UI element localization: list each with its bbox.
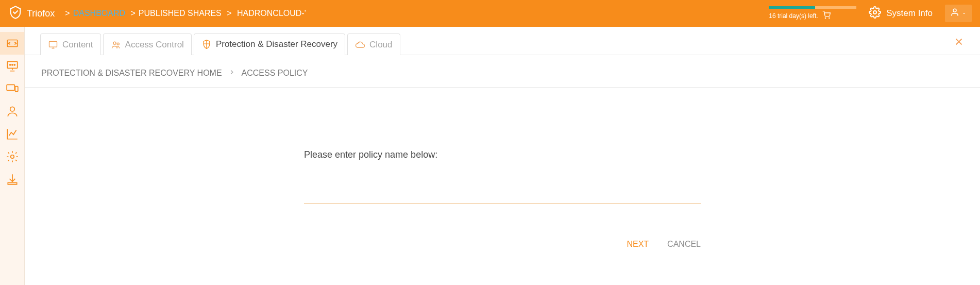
logo-area: Triofox > DASHBOARD > PUBLISHED SHARES >… <box>8 5 306 22</box>
svg-point-1 <box>829 18 829 18</box>
breadcrumb-published-shares[interactable]: PUBLISHED SHARES <box>139 9 222 18</box>
svg-rect-9 <box>7 85 14 90</box>
form-prompt: Please enter policy name below: <box>304 149 701 160</box>
breadcrumb-sep: > <box>225 9 234 18</box>
system-info-link[interactable]: System Info <box>869 6 933 21</box>
main-area: Content Access Control Protection & Disa… <box>0 27 980 285</box>
sidebar-item-reports[interactable] <box>0 123 24 145</box>
sidebar-item-devices[interactable] <box>0 77 24 100</box>
svg-point-16 <box>117 43 119 45</box>
breadcrumb-sep: > <box>65 9 70 18</box>
svg-point-11 <box>10 107 14 111</box>
sidebar-item-monitor[interactable] <box>0 55 24 77</box>
svg-rect-13 <box>8 183 16 185</box>
tab-access-control-label: Access Control <box>125 40 184 50</box>
tab-access-control[interactable]: Access Control <box>103 33 192 55</box>
trial-progress-fill <box>769 6 815 9</box>
cancel-button[interactable]: CANCEL <box>667 240 701 249</box>
user-icon <box>950 8 959 19</box>
gear-icon <box>869 6 881 21</box>
svg-rect-10 <box>15 87 18 92</box>
sidebar-item-download[interactable] <box>0 168 24 191</box>
tab-cloud[interactable]: Cloud <box>347 33 400 55</box>
close-button[interactable] <box>953 36 965 49</box>
action-buttons: NEXT CANCEL <box>304 240 701 249</box>
sub-breadcrumb: PROTECTION & DISASTER RECOVERY HOME ACCE… <box>25 55 980 88</box>
tab-cloud-label: Cloud <box>369 40 392 50</box>
sub-breadcrumb-current[interactable]: ACCESS POLICY <box>242 69 308 78</box>
content-area: Content Access Control Protection & Disa… <box>25 27 980 285</box>
form-area: Please enter policy name below: NEXT CAN… <box>25 88 980 249</box>
svg-point-6 <box>9 64 10 65</box>
svg-point-7 <box>11 64 12 65</box>
chevron-right-icon <box>228 69 235 78</box>
top-header: Triofox > DASHBOARD > PUBLISHED SHARES >… <box>0 0 980 27</box>
chevron-down-icon <box>961 9 967 18</box>
logo-icon <box>8 5 23 22</box>
sidebar-item-settings[interactable] <box>0 145 24 168</box>
svg-point-15 <box>113 42 116 44</box>
tabs-row: Content Access Control Protection & Disa… <box>25 27 980 55</box>
policy-name-input[interactable] <box>304 186 701 204</box>
next-button[interactable]: NEXT <box>627 240 649 249</box>
sidebar <box>0 27 25 285</box>
cart-icon[interactable] <box>822 11 831 21</box>
top-breadcrumb: > DASHBOARD > PUBLISHED SHARES > HADRONC… <box>62 9 306 18</box>
tab-protection[interactable]: Protection & Disaster Recovery <box>194 33 345 55</box>
breadcrumb-dashboard[interactable]: DASHBOARD <box>73 9 125 18</box>
trial-area: 16 trial day(s) left. <box>769 6 856 21</box>
svg-rect-14 <box>49 41 57 47</box>
tab-protection-label: Protection & Disaster Recovery <box>216 39 337 49</box>
system-info-label: System Info <box>886 8 933 19</box>
svg-point-2 <box>873 11 876 14</box>
breadcrumb-sep: > <box>128 9 136 18</box>
breadcrumb-hadroncloud[interactable]: HADRONCLOUD-' <box>237 9 306 18</box>
brand-name: Triofox <box>27 8 55 19</box>
sidebar-item-share[interactable] <box>0 32 24 55</box>
user-menu[interactable] <box>945 5 972 22</box>
svg-point-8 <box>14 64 15 65</box>
svg-point-0 <box>825 18 825 18</box>
trial-progress-bar <box>769 6 856 9</box>
tab-content[interactable]: Content <box>40 33 101 55</box>
sidebar-item-user[interactable] <box>0 100 24 123</box>
svg-point-12 <box>10 155 14 159</box>
trial-days-text: 16 trial day(s) left. <box>769 12 818 20</box>
svg-point-3 <box>953 9 956 12</box>
header-right: 16 trial day(s) left. System Info <box>769 5 972 22</box>
tab-content-label: Content <box>62 40 93 50</box>
trial-row: 16 trial day(s) left. <box>769 11 856 21</box>
sub-breadcrumb-home[interactable]: PROTECTION & DISASTER RECOVERY HOME <box>41 69 222 78</box>
